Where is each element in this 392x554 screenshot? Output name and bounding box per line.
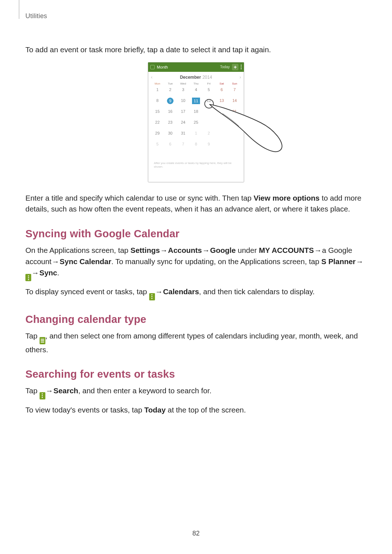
section2-para: Tap , and then select one from among dif…	[25, 331, 367, 356]
overflow-menu-icon	[40, 392, 45, 399]
list-view-icon	[40, 337, 45, 344]
section3-para1: Tap → Search, and then enter a keyword t…	[25, 385, 367, 399]
heading-syncing: Syncing with Google Calendar	[25, 228, 367, 240]
section3-para2: To view today's events or tasks, tap Tod…	[25, 405, 367, 416]
month-name: December	[180, 75, 201, 80]
view-icon	[150, 65, 155, 69]
topbar-overflow-icon	[241, 65, 242, 69]
section1-para2: To display synced event or tasks, tap → …	[25, 286, 367, 300]
month-header: ‹ December 2014 ›	[148, 72, 244, 82]
heading-searching: Searching for events or tasks	[25, 368, 367, 380]
intro-paragraph: To add an event or task more briefly, ta…	[25, 44, 367, 56]
topbar-today-button: Today	[220, 65, 230, 69]
heading-changing-type: Changing calendar type	[25, 313, 367, 325]
month-year: 2014	[203, 75, 212, 80]
overflow-menu-icon	[25, 274, 31, 281]
calendar-figure: Month Today + ‹ December 2014 › Mon Tue …	[25, 62, 367, 182]
section-breadcrumb: Utilities	[25, 12, 47, 20]
prev-month-icon: ‹	[151, 75, 152, 80]
weekday-header: Mon Tue Wed Thu Fri Sat Sun	[148, 82, 244, 87]
calendar-grid: 1 2 3 4 5 6 7 8 9 10 11 12 13 14 15	[148, 87, 244, 147]
topbar-add-button: +	[232, 64, 238, 70]
device-topbar: Month Today +	[148, 62, 244, 72]
page-number: 82	[0, 530, 392, 537]
next-month-icon: ›	[240, 75, 241, 80]
device-screenshot: Month Today + ‹ December 2014 › Mon Tue …	[148, 62, 244, 182]
today-cell: 9	[164, 98, 176, 103]
device-hint-text: After you create events or tasks by tapp…	[148, 147, 244, 182]
body-paragraph-2: Enter a title and specify which calendar…	[25, 193, 367, 215]
selected-cell: 11	[189, 98, 202, 103]
topbar-month-label: Month	[157, 65, 168, 69]
overflow-menu-icon	[149, 293, 155, 300]
section1-para1: On the Applications screen, tap Settings…	[25, 245, 367, 281]
